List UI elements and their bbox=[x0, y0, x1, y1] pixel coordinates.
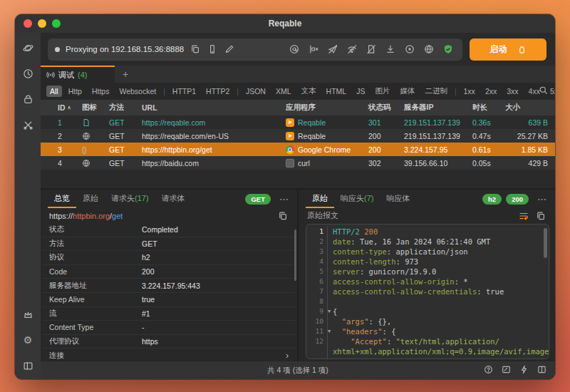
overview-field-row: Keep Alivetrue bbox=[42, 293, 296, 307]
word-wrap-icon[interactable] bbox=[518, 210, 529, 222]
wifi-off-icon[interactable] bbox=[346, 43, 358, 55]
table-row[interactable]: 1GEThttps://reqable.com➤Reqable301219.15… bbox=[41, 115, 555, 129]
airplane-off-icon[interactable] bbox=[327, 43, 338, 55]
filter-chip-http2[interactable]: HTTP2 bbox=[202, 86, 233, 97]
field-label: Content Type bbox=[49, 323, 142, 331]
line-number: 8 bbox=[306, 296, 328, 306]
copy-icon[interactable] bbox=[190, 43, 201, 55]
row-globe-icon bbox=[82, 159, 109, 167]
column-header-id[interactable]: ID∧ bbox=[58, 103, 82, 112]
code-line: 7access-control-allow-credentials: true bbox=[306, 287, 549, 296]
row-status-code: 200 bbox=[368, 145, 404, 154]
code-line: webp,image/apng,*/*;q=0.8,application/si… bbox=[306, 356, 549, 359]
request-tab-请求体[interactable]: 请求体 bbox=[155, 190, 192, 208]
mirror-at-icon[interactable] bbox=[289, 43, 300, 55]
column-header-应用程序[interactable]: 应用程序 bbox=[286, 103, 368, 113]
field-value: - bbox=[142, 323, 279, 331]
code-text: xhtml+xml,application/xml;q=0.9,image/av… bbox=[328, 346, 549, 356]
code-text bbox=[328, 296, 333, 306]
filter-chip-all[interactable]: All bbox=[46, 86, 62, 97]
column-header-url[interactable]: URL bbox=[142, 103, 286, 112]
filter-chip-xml[interactable]: XML bbox=[272, 86, 295, 97]
more-menu-icon[interactable] bbox=[276, 194, 291, 205]
proxy-bar: Proxying on 192.168.15.36:8888 bbox=[48, 38, 462, 61]
row-app: ➤Reqable bbox=[286, 132, 368, 140]
field-label: 状态 bbox=[49, 225, 142, 234]
premium-crown-icon[interactable] bbox=[21, 308, 34, 321]
protocol-badge: h2 bbox=[482, 194, 502, 205]
column-header-大小[interactable]: 大小 bbox=[505, 103, 548, 113]
filter-chip-json[interactable]: JSON bbox=[242, 86, 269, 97]
settings-gear-icon[interactable]: ⚙ bbox=[21, 334, 34, 346]
record-icon[interactable] bbox=[404, 43, 415, 55]
tools-icon[interactable] bbox=[21, 118, 34, 131]
filter-chip-js[interactable]: JS bbox=[353, 86, 368, 97]
filter-chip-http1[interactable]: HTTP1 bbox=[169, 86, 200, 97]
table-row[interactable]: 3{}GEThttps://httpbin.org/getGoogle Chro… bbox=[41, 143, 555, 156]
line-number bbox=[306, 346, 328, 356]
edit-pencil-icon[interactable] bbox=[224, 43, 235, 55]
response-tab-响应头[interactable]: 响应头(7) bbox=[334, 190, 380, 208]
globe-proxy-icon[interactable] bbox=[423, 43, 435, 55]
quick-action-bolt-icon[interactable] bbox=[519, 364, 529, 377]
column-header-图标[interactable]: 图标 bbox=[82, 103, 109, 113]
layout-panel-icon[interactable] bbox=[21, 359, 34, 372]
traffic-debug-icon[interactable] bbox=[21, 41, 34, 54]
column-header-服务器ip[interactable]: 服务器IP bbox=[404, 103, 472, 113]
line-number: 1 bbox=[306, 227, 328, 237]
filter-chip-二进制[interactable]: 二进制 bbox=[421, 85, 451, 98]
code-line: xhtml+xml,application/xml;q=0.9,image/av… bbox=[306, 346, 549, 356]
search-icon[interactable] bbox=[539, 85, 548, 98]
filter-chip-2xx[interactable]: 2xx bbox=[482, 86, 500, 97]
editor-scrollbar[interactable] bbox=[544, 228, 547, 258]
copy-response-icon[interactable] bbox=[535, 210, 546, 222]
table-row[interactable]: 2GEThttps://reqable.com/en-US➤Reqable200… bbox=[41, 129, 555, 143]
filter-chip-1xx[interactable]: 1xx bbox=[460, 86, 479, 97]
row-method: GET bbox=[109, 145, 142, 154]
filter-chip-3xx[interactable]: 3xx bbox=[503, 86, 522, 97]
row-status-code: 200 bbox=[368, 132, 404, 140]
overview-field-row[interactable]: 连接› bbox=[42, 349, 296, 361]
request-tab-请求头[interactable]: 请求头(17) bbox=[105, 190, 155, 208]
history-icon[interactable] bbox=[21, 67, 34, 80]
request-url: https://httpbin.org/get bbox=[49, 212, 123, 220]
start-button-label: 启动 bbox=[490, 43, 507, 56]
split-layout-icon[interactable] bbox=[537, 364, 546, 377]
filter-chip-https[interactable]: Https bbox=[88, 86, 113, 97]
certificate-shield-icon[interactable] bbox=[442, 43, 454, 55]
response-tab-响应体[interactable]: 响应体 bbox=[380, 190, 416, 208]
filter-chip-文本[interactable]: 文本 bbox=[298, 85, 320, 98]
table-row[interactable]: 4GEThttps://baidu.comcurl30239.156.66.10… bbox=[41, 156, 555, 170]
column-header-时长[interactable]: 时长 bbox=[472, 103, 505, 113]
mobile-device-icon[interactable] bbox=[207, 43, 218, 55]
console-icon[interactable] bbox=[502, 364, 511, 377]
collection-icon[interactable] bbox=[21, 93, 34, 105]
more-menu-icon[interactable] bbox=[534, 194, 549, 205]
help-icon[interactable] bbox=[484, 364, 493, 377]
start-button[interactable]: 启动 bbox=[470, 38, 546, 61]
request-tab-原始[interactable]: 原始 bbox=[76, 190, 105, 208]
filter-chip-html[interactable]: HTML bbox=[323, 86, 351, 97]
copy-url-icon[interactable] bbox=[277, 210, 289, 222]
script-off-icon[interactable] bbox=[366, 43, 377, 55]
raw-response-editor[interactable]: 1HTTP/2 2002date: Tue, 16 Jan 2024 06:21… bbox=[306, 224, 549, 359]
filter-chip-websocket[interactable]: Websocket bbox=[115, 86, 160, 97]
port-off-icon[interactable] bbox=[308, 43, 319, 55]
tab-debug-session[interactable]: 调试 (4) bbox=[41, 66, 115, 83]
request-panel-scrollbar[interactable] bbox=[294, 229, 296, 281]
response-tab-原始[interactable]: 原始 bbox=[306, 190, 334, 208]
request-tab-总览[interactable]: 总览 bbox=[48, 190, 76, 208]
new-tab-button[interactable]: + bbox=[115, 66, 136, 83]
code-lines: 1HTTP/2 2002date: Tue, 16 Jan 2024 06:21… bbox=[306, 227, 549, 359]
install-download-icon[interactable] bbox=[385, 43, 396, 55]
field-value: Completed bbox=[142, 225, 279, 234]
filter-bar: AllHttpHttpsWebsocket|HTTP1HTTP2|JSONXML… bbox=[41, 83, 555, 100]
field-label: 方法 bbox=[49, 239, 142, 249]
filter-chip-媒体[interactable]: 媒体 bbox=[396, 85, 418, 98]
request-overview-table: 状态Completed方法GET协议h2Code200服务器地址3.224.15… bbox=[41, 223, 297, 361]
column-header-方法[interactable]: 方法 bbox=[109, 103, 142, 113]
column-header-状态码[interactable]: 状态码 bbox=[368, 103, 404, 113]
filter-chip-图片[interactable]: 图片 bbox=[371, 85, 393, 98]
filter-chip-http[interactable]: Http bbox=[65, 86, 86, 97]
code-line: 10 "args": {}, bbox=[306, 316, 549, 326]
